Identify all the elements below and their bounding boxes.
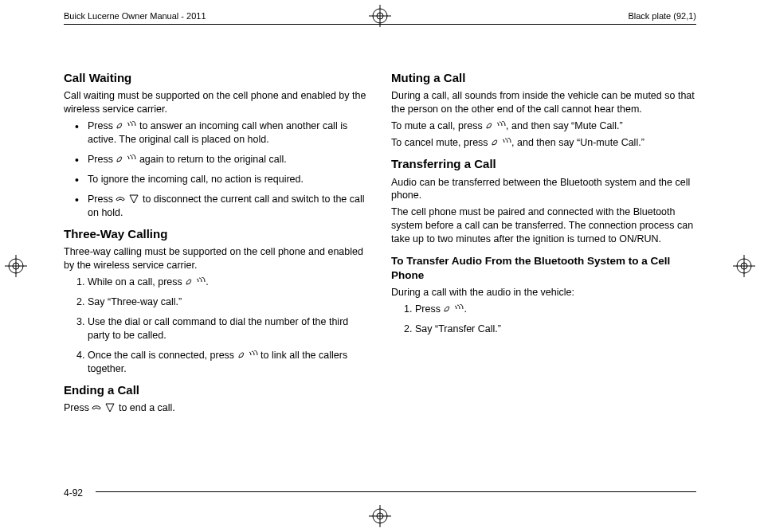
text: To mute a call, press (391, 120, 485, 131)
para: Call waiting must be supported on the ce… (64, 89, 369, 116)
list-item: Press again to return to the original ca… (88, 153, 369, 166)
svg-point-9 (13, 263, 19, 269)
svg-point-12 (737, 259, 751, 273)
heading-call-waiting: Call Waiting (64, 70, 369, 86)
page-body: Call Waiting Call waiting must be suppor… (64, 64, 696, 484)
para: Three-way calling must be supported on t… (64, 245, 369, 272)
crop-mark-bottom-icon (369, 505, 391, 527)
header-rule (64, 24, 696, 25)
list-item: Use the dial or call command to dial the… (88, 315, 369, 342)
header-right: Black plate (92,1) (628, 11, 696, 21)
text: , and then say “Un-mute Call.” (511, 137, 644, 148)
list-item: To ignore the incoming call, no action i… (88, 173, 369, 186)
para: To cancel mute, press , and then say “Un… (391, 136, 696, 150)
svg-point-5 (377, 513, 383, 519)
step-list: Press . Say “Transfer Call.” (391, 303, 696, 336)
text: to end a call. (119, 402, 175, 413)
heading-transfer-sub: To Transfer Audio From the Bluetooth Sys… (391, 254, 696, 283)
phone-voice-icon (185, 275, 206, 288)
phone-voice-icon (443, 302, 464, 315)
heading-muting: Muting a Call (391, 70, 696, 86)
text: Press (88, 194, 116, 205)
list-item: Press to answer an incoming call when an… (88, 119, 369, 147)
list-item: Say “Transfer Call.” (415, 323, 696, 336)
phone-voice-icon (116, 152, 136, 166)
hangup-mute-icon (116, 192, 139, 205)
page-number: 4-92 (64, 487, 89, 499)
text: Once the call is connected, press (88, 350, 237, 361)
svg-point-4 (373, 509, 387, 523)
text: Press (64, 402, 92, 413)
text: Press (415, 303, 443, 315)
step-list: While on a call, press . Say “Three-way … (64, 276, 369, 376)
text: again to return to the original call. (139, 154, 287, 165)
text: . (464, 303, 466, 315)
list-item: Press . (415, 303, 696, 316)
text: To cancel mute, press (391, 137, 491, 148)
para: Audio can be transferred between the Blu… (391, 176, 696, 203)
list-item: Once the call is connected, press to lin… (88, 349, 369, 376)
text: , and then say “Mute Call.” (506, 120, 623, 131)
list-item: Say “Three-way call.” (88, 295, 369, 309)
heading-three-way: Three-Way Calling (64, 226, 369, 242)
phone-voice-icon (491, 135, 511, 149)
para: The cell phone must be paired and connec… (391, 205, 696, 246)
para: During a call with the audio in the vehi… (391, 286, 696, 299)
text: Press (88, 154, 116, 165)
crop-mark-left-icon (5, 255, 27, 277)
footer-rule (96, 491, 696, 492)
para: Press to end a call. (64, 401, 369, 415)
para: During a call, all sounds from inside th… (391, 89, 696, 116)
text: Press (88, 120, 116, 131)
phone-voice-icon (485, 119, 506, 132)
heading-transferring: Transferring a Call (391, 156, 696, 172)
heading-ending: Ending a Call (64, 382, 369, 398)
right-column: Muting a Call During a call, all sounds … (391, 64, 696, 484)
phone-voice-icon (116, 119, 136, 132)
list-item: Press to disconnect the current call and… (88, 193, 369, 220)
header-left: Buick Lucerne Owner Manual - 2011 (64, 11, 206, 21)
crop-mark-right-icon (733, 255, 755, 277)
svg-point-8 (9, 259, 23, 273)
phone-voice-icon (237, 348, 258, 362)
list-item: While on a call, press . (88, 276, 369, 289)
text: While on a call, press (88, 276, 185, 288)
svg-point-13 (741, 263, 747, 269)
bullet-list: Press to answer an incoming call when an… (64, 119, 369, 220)
hangup-mute-icon (92, 401, 116, 414)
left-column: Call Waiting Call waiting must be suppor… (64, 64, 369, 484)
para: To mute a call, press , and then say “Mu… (391, 119, 696, 133)
text: . (206, 276, 208, 288)
